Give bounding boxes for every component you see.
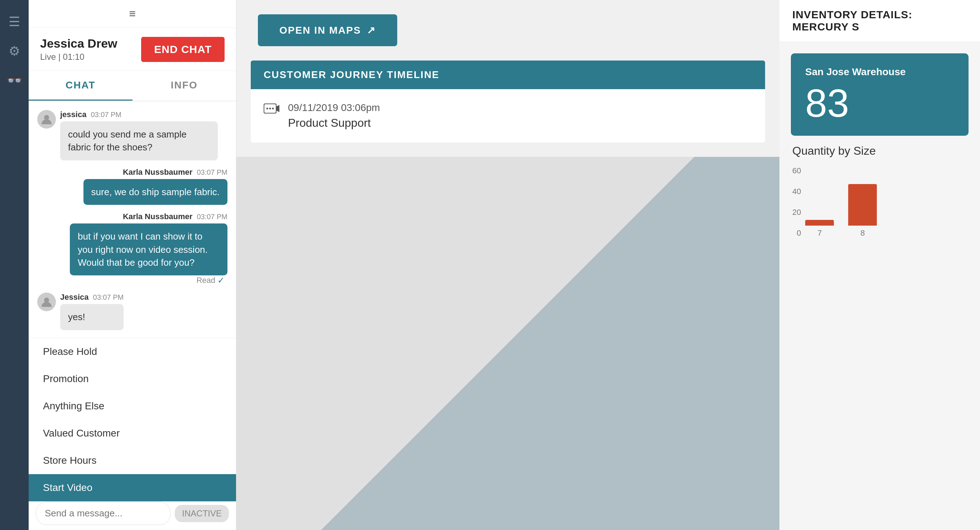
y-label-40: 40: [792, 187, 801, 196]
chat-agent-header: Jessica Drew Live | 01:10 END CHAT: [29, 28, 236, 71]
bubble-header: Jessica 03:07 PM: [60, 293, 124, 302]
quantity-by-size-section: Quantity by Size 60 40 20 0 7 8: [780, 144, 980, 238]
bubble-container: jessica 03:07 PM could you send me a sam…: [60, 110, 218, 161]
message-bubble-customer: yes!: [60, 304, 124, 330]
quick-reply-start-video[interactable]: Start Video: [29, 474, 236, 501]
triangle-area: [236, 157, 780, 530]
bubble-header: Karla Nussbaumer 03:07 PM: [83, 167, 228, 177]
journey-entry: 09/11/2019 03:06pm Product Support: [264, 102, 752, 130]
bar-chart: 60 40 20 0 7 8: [792, 166, 967, 238]
y-label-20: 20: [792, 208, 801, 217]
middle-panel: OPEN IN MAPS ↗ CUSTOMER JOURNEY TIMELINE: [236, 0, 780, 530]
chat-top-bar: ≡: [29, 0, 236, 28]
right-panel: INVENTORY DETAILS: MERCURY S San Jose Wa…: [780, 0, 980, 530]
bar-7: [805, 220, 834, 226]
message-row: Karla Nussbaumer 03:07 PM but if you wan…: [37, 212, 228, 285]
quick-reply-anything-else[interactable]: Anything Else: [29, 393, 236, 420]
tab-info[interactable]: INFO: [132, 71, 236, 100]
journey-event: Product Support: [288, 116, 380, 130]
bar-col-8: 8: [848, 184, 877, 238]
bubble-sender: Karla Nussbaumer: [123, 167, 192, 177]
bubble-container: Karla Nussbaumer 03:07 PM but if you wan…: [70, 212, 228, 285]
inactive-button[interactable]: INACTIVE: [175, 505, 229, 522]
read-indicator: Read ✓: [70, 275, 228, 285]
chat-input[interactable]: [36, 502, 170, 525]
bars-area: 7 8: [805, 166, 967, 238]
read-check-icon: ✓: [218, 275, 224, 285]
tab-chat[interactable]: CHAT: [29, 71, 132, 100]
glasses-icon[interactable]: 👓: [6, 73, 22, 88]
agent-info: Jessica Drew Live | 01:10: [40, 37, 118, 62]
chat-icon: [264, 102, 279, 118]
journey-body: 09/11/2019 03:06pm Product Support: [251, 89, 765, 143]
triangle-background: [236, 157, 780, 530]
message-bubble-customer: could you send me a sample fabric for th…: [60, 121, 218, 161]
bubble-time: 03:07 PM: [197, 213, 228, 221]
quick-replies-dropdown: Please Hold Promotion Anything Else Valu…: [29, 338, 236, 501]
svg-point-6: [272, 108, 274, 110]
svg-point-4: [266, 108, 268, 110]
bubble-container: Karla Nussbaumer 03:07 PM sure, we do sh…: [83, 167, 228, 205]
bubble-time: 03:07 PM: [93, 293, 124, 302]
chat-panel: ≡ Jessica Drew Live | 01:10 END CHAT CHA…: [29, 0, 236, 530]
bubble-time: 03:07 PM: [197, 168, 228, 177]
chart-title: Quantity by Size: [792, 144, 967, 158]
y-label-60: 60: [792, 166, 801, 175]
warehouse-quantity: 83: [805, 83, 954, 123]
bubble-header: jessica 03:07 PM: [60, 110, 218, 119]
warehouse-card: San Jose Warehouse 83: [791, 53, 969, 136]
svg-point-0: [44, 115, 49, 120]
gear-icon[interactable]: ⚙: [9, 44, 20, 59]
end-chat-button[interactable]: END CHAT: [141, 37, 224, 62]
message-bubble-agent: but if you want I can show it to you rig…: [70, 223, 228, 275]
quick-reply-store-hours[interactable]: Store Hours: [29, 447, 236, 474]
inventory-header: INVENTORY DETAILS: MERCURY S: [780, 0, 980, 42]
agent-status: Live | 01:10: [40, 52, 118, 62]
bubble-sender: jessica: [60, 110, 86, 119]
message-bubble-agent: sure, we do ship sample fabric.: [83, 179, 228, 205]
quick-reply-promotion[interactable]: Promotion: [29, 365, 236, 393]
bubble-sender: Jessica: [60, 293, 89, 302]
bar-8: [848, 184, 877, 226]
bubble-sender: Karla Nussbaumer: [123, 212, 192, 221]
quick-reply-valued-customer[interactable]: Valued Customer: [29, 420, 236, 447]
message-row: jessica 03:07 PM could you send me a sam…: [37, 110, 228, 161]
external-link-icon: ↗: [367, 24, 376, 36]
journey-header: CUSTOMER JOURNEY TIMELINE: [251, 60, 765, 89]
journey-details: 09/11/2019 03:06pm Product Support: [288, 102, 380, 130]
open-in-maps-section: OPEN IN MAPS ↗: [236, 0, 780, 60]
journey-date: 09/11/2019 03:06pm: [288, 102, 380, 113]
y-label-0: 0: [792, 228, 801, 238]
avatar: [37, 293, 56, 311]
avatar: [37, 110, 56, 129]
chat-input-bar: INACTIVE: [29, 497, 236, 530]
bubble-container: Jessica 03:07 PM yes!: [60, 293, 124, 330]
message-row: Karla Nussbaumer 03:07 PM sure, we do sh…: [37, 167, 228, 205]
chat-tabs: CHAT INFO: [29, 71, 236, 101]
customer-journey-section: CUSTOMER JOURNEY TIMELINE 09/11/2019 03:…: [251, 60, 765, 143]
hamburger-menu-icon[interactable]: ≡: [129, 7, 136, 21]
agent-name: Jessica Drew: [40, 37, 118, 51]
bubble-time: 03:07 PM: [91, 111, 121, 119]
open-in-maps-button[interactable]: OPEN IN MAPS ↗: [258, 14, 397, 46]
hamburger-sidebar-icon[interactable]: ☰: [9, 14, 20, 29]
bar-label-8: 8: [861, 228, 865, 238]
warehouse-name: San Jose Warehouse: [805, 66, 954, 78]
bar-col-7: 7: [805, 220, 834, 238]
svg-point-1: [44, 298, 49, 302]
bubble-header: Karla Nussbaumer 03:07 PM: [70, 212, 228, 221]
bar-label-7: 7: [818, 228, 822, 238]
sidebar: ☰ ⚙ 👓: [0, 0, 29, 530]
message-row: Jessica 03:07 PM yes!: [37, 293, 228, 330]
svg-point-5: [269, 108, 271, 110]
quick-reply-please-hold[interactable]: Please Hold: [29, 338, 236, 365]
y-axis: 60 40 20 0: [792, 166, 801, 238]
